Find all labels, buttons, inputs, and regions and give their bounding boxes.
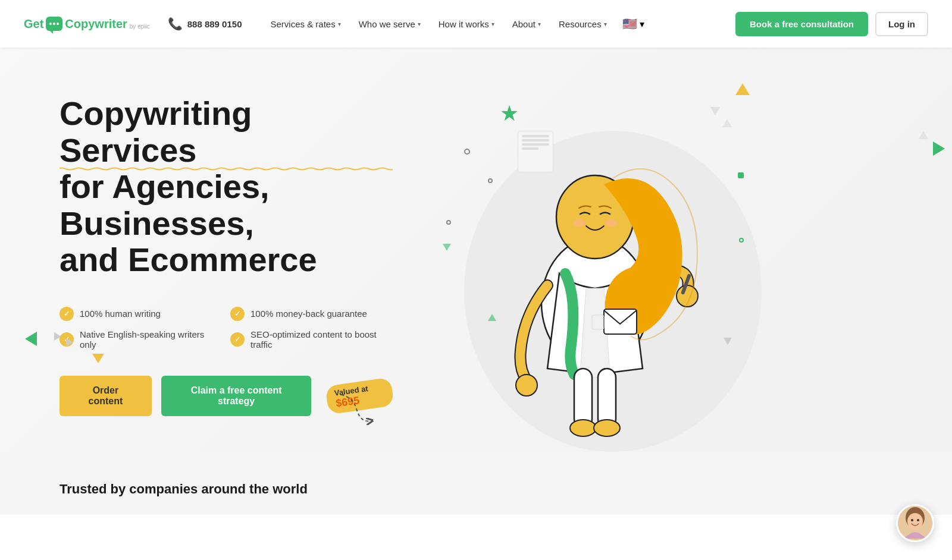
hero-title: Copywriting Services for Agencies, Busin… bbox=[60, 95, 393, 278]
deco-circle-right bbox=[739, 238, 744, 243]
logo[interactable]: Get Copywriter by epiic bbox=[24, 17, 150, 31]
deco-teal-triangle-bottom bbox=[488, 314, 496, 321]
order-content-button[interactable]: Order content bbox=[60, 376, 152, 416]
phone-icon: 📞 bbox=[168, 17, 183, 31]
trusted-title: Trusted by companies around the world bbox=[60, 482, 892, 497]
deco-triangle-left bbox=[25, 332, 37, 346]
deco-triangle-gray-left bbox=[54, 333, 62, 340]
hero-features: ✓ 100% human writing ✓ 100% money-back g… bbox=[60, 307, 393, 350]
nav-link-how-it-works[interactable]: How it works ▾ bbox=[431, 14, 502, 34]
feature-human-writing: ✓ 100% human writing bbox=[60, 307, 222, 321]
feature-seo: ✓ SEO-optimized content to boost traffic bbox=[230, 329, 393, 350]
svg-point-9 bbox=[605, 219, 617, 227]
navbar: Get Copywriter by epiic 📞 888 889 0150 S… bbox=[0, 0, 952, 48]
svg-rect-10 bbox=[604, 309, 637, 334]
hero-title-line3: and Ecommerce bbox=[60, 241, 317, 278]
flag-icon: 🇺🇸 bbox=[622, 17, 637, 31]
phone-number: 888 889 0150 bbox=[187, 19, 242, 29]
logo-copywriter: Copywriter bbox=[65, 17, 127, 31]
deco-yellow-triangle-bottom bbox=[92, 354, 104, 363]
book-consultation-button[interactable]: Book a free consultation bbox=[735, 12, 868, 36]
deco-triangle-gray-left-2 bbox=[65, 339, 74, 346]
deco-triangle-teal bbox=[443, 244, 451, 251]
hero-buttons: Order content Claim a free content strat… bbox=[60, 376, 393, 416]
check-icon-4: ✓ bbox=[230, 332, 245, 347]
feature-money-back: ✓ 100% money-back guarantee bbox=[230, 307, 393, 321]
hero-title-line2: for Agencies, Businesses, bbox=[60, 168, 270, 242]
deco-yellow-rect bbox=[518, 131, 553, 172]
svg-point-5 bbox=[516, 375, 537, 396]
nav-phone[interactable]: 📞 888 889 0150 bbox=[168, 17, 242, 31]
chevron-down-icon: ▾ bbox=[604, 21, 607, 27]
logo-chat-icon bbox=[46, 17, 62, 31]
nav-links: Services & rates ▾ Who we serve ▾ How it… bbox=[263, 12, 735, 36]
chevron-down-icon: ▾ bbox=[418, 21, 421, 27]
hero-content: Copywriting Services for Agencies, Busin… bbox=[0, 48, 428, 452]
svg-point-13 bbox=[570, 420, 596, 436]
check-icon-2: ✓ bbox=[230, 307, 245, 321]
nav-link-services[interactable]: Services & rates ▾ bbox=[263, 14, 347, 34]
hero-character-illustration bbox=[470, 119, 720, 452]
nav-link-who-we-serve[interactable]: Who we serve ▾ bbox=[352, 14, 428, 34]
logo-byline: by epiic bbox=[130, 23, 150, 30]
deco-triangle-bottom-right bbox=[724, 338, 732, 345]
nav-link-about[interactable]: About ▾ bbox=[505, 14, 548, 34]
hero-illustration: ★ bbox=[428, 48, 762, 452]
chevron-down-icon: ▾ bbox=[538, 21, 541, 27]
deco-green-rect bbox=[738, 172, 744, 178]
check-icon-1: ✓ bbox=[60, 307, 74, 321]
hero-section: Copywriting Services for Agencies, Busin… bbox=[0, 48, 952, 452]
language-selector[interactable]: 🇺🇸 ▾ bbox=[618, 12, 649, 36]
login-button[interactable]: Log in bbox=[875, 12, 928, 36]
chevron-down-icon: ▾ bbox=[338, 21, 341, 27]
nav-right: Book a free consultation Log in bbox=[735, 12, 928, 36]
valued-badge-wrapper: Valued at $695 bbox=[327, 382, 393, 410]
deco-star: ★ bbox=[500, 101, 519, 126]
chevron-down-icon: ▾ bbox=[491, 21, 494, 27]
deco-triangle-gray-3 bbox=[919, 131, 928, 139]
claim-strategy-button[interactable]: Claim a free content strategy bbox=[161, 376, 312, 416]
svg-point-14 bbox=[594, 420, 620, 436]
hero-title-line1: Copywriting Services bbox=[60, 95, 393, 168]
feature-native-writers: ✓ Native English-speaking writers only bbox=[60, 329, 222, 350]
chevron-down-icon: ▾ bbox=[640, 18, 644, 30]
nav-link-resources[interactable]: Resources ▾ bbox=[552, 14, 614, 34]
logo-text: Get Copywriter bbox=[24, 17, 127, 31]
deco-circle-outline-top bbox=[464, 149, 470, 155]
svg-point-8 bbox=[573, 219, 585, 227]
trusted-section: Trusted by companies around the world bbox=[0, 452, 952, 515]
logo-get: Get bbox=[24, 17, 43, 31]
deco-triangle-green-right bbox=[933, 141, 945, 156]
deco-circle-outline-mid bbox=[446, 220, 451, 225]
